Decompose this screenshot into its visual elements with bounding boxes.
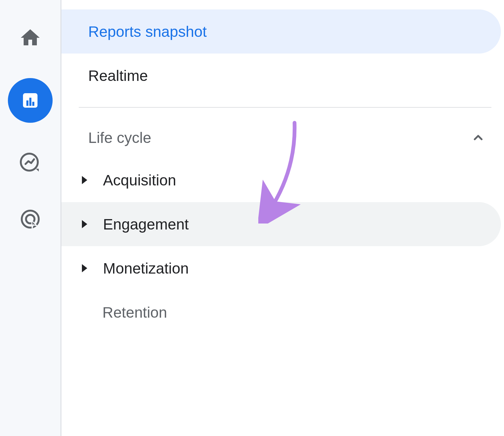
icon-rail: [0, 0, 61, 436]
sub-item-label: Monetization: [103, 260, 189, 277]
advertising-icon[interactable]: [14, 203, 46, 235]
chevron-up-icon: [471, 131, 485, 144]
reports-icon[interactable]: [8, 78, 53, 123]
triangle-right-icon: [82, 220, 87, 228]
explore-icon[interactable]: [14, 147, 46, 179]
nav-reports-snapshot[interactable]: Reports snapshot: [61, 9, 501, 54]
triangle-right-icon: [82, 176, 87, 184]
home-icon[interactable]: [14, 22, 46, 54]
section-label: Life cycle: [88, 129, 151, 146]
sidebar-item-retention[interactable]: Retention: [61, 290, 501, 334]
svg-rect-3: [32, 102, 34, 106]
divider: [79, 107, 491, 108]
nav-label: Reports snapshot: [88, 23, 207, 40]
svg-rect-2: [29, 98, 31, 106]
svg-rect-1: [26, 100, 28, 106]
section-life-cycle[interactable]: Life cycle: [61, 117, 504, 158]
sidebar-item-monetization[interactable]: Monetization: [61, 246, 501, 290]
nav-label: Realtime: [88, 67, 148, 84]
nav-realtime[interactable]: Realtime: [61, 54, 501, 98]
nav-panel: Reports snapshot Realtime Life cycle Acq…: [61, 0, 504, 436]
sub-item-label: Retention: [102, 304, 167, 321]
sidebar-item-acquisition[interactable]: Acquisition: [61, 158, 501, 202]
triangle-right-icon: [82, 264, 87, 272]
sub-item-label: Acquisition: [103, 172, 176, 189]
sidebar-item-engagement[interactable]: Engagement: [61, 202, 501, 246]
sub-item-label: Engagement: [103, 216, 189, 233]
